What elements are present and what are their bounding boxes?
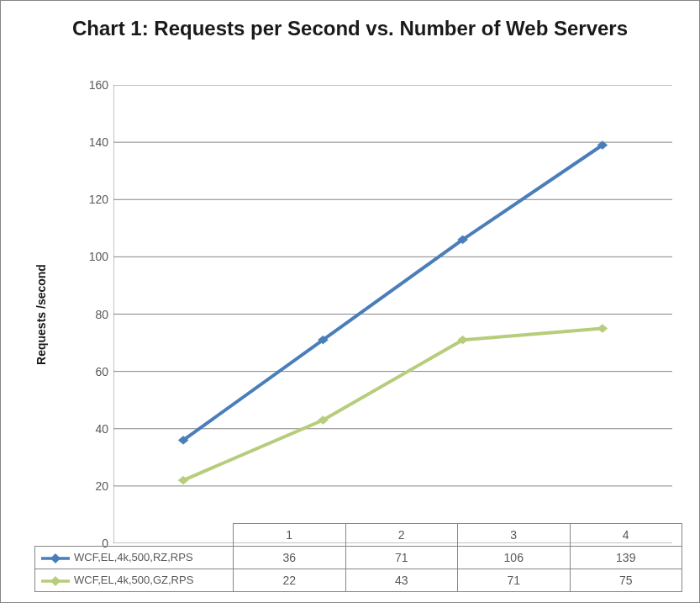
data-cell: 139 [570, 547, 682, 569]
legend-swatch [40, 553, 71, 564]
category-header: 2 [345, 524, 458, 547]
y-tick-label: 20 [95, 479, 113, 493]
legend-label: WCF,EL,4k,500,GZ,RPS [74, 574, 193, 586]
plot-area: 020406080100120140160 [113, 85, 672, 543]
y-tick-label: 160 [89, 78, 113, 92]
legend-cell: WCF,EL,4k,500,GZ,RPS [35, 569, 234, 592]
chart-title: Chart 1: Requests per Second vs. Number … [1, 1, 699, 48]
data-cell: 36 [234, 547, 346, 569]
y-tick-label: 80 [95, 308, 113, 321]
y-tick-label: 60 [95, 365, 113, 378]
data-cell: 75 [570, 569, 682, 592]
chart-container: Chart 1: Requests per Second vs. Number … [0, 0, 700, 603]
legend-label: WCF,EL,4k,500,RZ,RPS [74, 551, 193, 563]
data-cell: 71 [458, 569, 571, 592]
chart-svg [113, 85, 672, 543]
category-header: 3 [458, 524, 571, 547]
y-tick-label: 120 [89, 193, 113, 206]
data-cell: 71 [345, 547, 458, 569]
legend-swatch [40, 575, 71, 587]
data-cell: 43 [345, 569, 458, 592]
table-corner [35, 524, 234, 547]
legend-cell: WCF,EL,4k,500,RZ,RPS [35, 547, 234, 569]
data-table: 1234WCF,EL,4k,500,RZ,RPS3671106139WCF,EL… [34, 523, 682, 592]
y-tick-label: 100 [89, 250, 113, 263]
category-header: 1 [234, 524, 346, 547]
y-tick-label: 140 [89, 135, 113, 149]
category-header: 4 [570, 524, 682, 547]
y-axis-label: Requests /second [34, 264, 48, 365]
plot-wrap: Requests /second 020406080100120140160 [34, 85, 682, 543]
data-cell: 22 [234, 569, 346, 592]
y-tick-label: 40 [95, 422, 113, 436]
legend-data-table: 1234WCF,EL,4k,500,RZ,RPS3671106139WCF,EL… [34, 523, 682, 592]
data-cell: 106 [458, 547, 571, 569]
